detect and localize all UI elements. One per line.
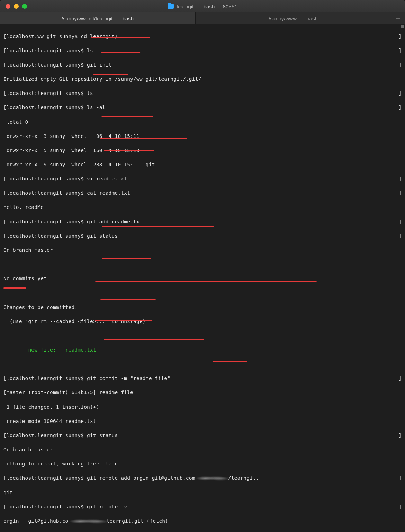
bracket: ] [398,232,402,240]
cmd-remote-v: git remote -v [87,504,127,509]
prompt: [localhost:learngit sunny$ [3,433,87,438]
bracket: ] [398,175,402,183]
out-rv1: orgin git@github.co [3,518,69,524]
prompt: [localhost:learngit sunny$ [3,105,87,110]
cmd-ls2: ls [87,90,93,96]
out-newfile: new file: readme.txt [3,347,96,353]
new-tab-button[interactable]: + [391,12,405,24]
bracket: ] [398,475,402,482]
prompt: [localhost:learngit sunny$ [3,219,87,224]
prompt: [localhost:learngit sunny$ [3,190,87,196]
cmd-status2: git status [87,433,118,438]
cmd-cat: cat readme.txt [87,190,130,196]
cmd-ls: ls [87,48,93,53]
bracket: ] [398,503,402,511]
prompt: [localhost:learngit sunny$ [3,375,87,381]
window-title-text: learngit — -bash — 80×51 [177,3,237,9]
out-commit2: 1 file changed, 1 insertion(+) [3,404,99,410]
out-unstage: (use "git rm --cached <file>..." to unst… [3,319,146,324]
cmd-remote-add: git remote add orgin git@github.com [87,475,195,481]
bracket: ] [398,375,402,382]
window-title: learngit — -bash — 80×51 [168,3,237,9]
out-nocommit: No commits yet [3,276,47,281]
maximize-button[interactable] [22,4,27,9]
tab-learngit[interactable]: /sunny/ww_git/learngit — -bash [0,12,196,24]
prompt: [localhost:learngit sunny$ [3,90,87,96]
cmd-status: git status [87,233,118,239]
redacted-icon [69,518,107,524]
traffic-lights [6,4,27,9]
close-button[interactable] [6,4,10,9]
tab-bar: /sunny/ww_git/learngit — -bash /sunny/ww… [0,12,405,24]
cmd-remote-wrap: git [3,490,13,495]
bracket: ] [398,61,402,69]
cmd-commit: git commit -m "readme file" [87,375,170,381]
prompt: [localhost:learngit sunny$ [3,233,87,239]
cmd-git-init: git init [87,62,111,68]
out-total: total 0 [3,119,28,125]
bracket: ] [398,90,402,97]
out-dir2: drwxr-xr-x 5 sunny wheel 160 4 10 15:10 … [3,148,149,153]
folder-icon [168,4,174,9]
prompt: [localhost:learngit sunny$ [3,48,87,53]
out-commit3: create mode 100644 readme.txt [3,418,96,424]
cmd-add: git add readme.txt [87,219,143,224]
prompt: [localhost:learngit sunny$ [3,504,87,509]
window-titlebar: learngit — -bash — 80×51 [0,0,405,12]
minimize-button[interactable] [14,4,19,9]
tab-www[interactable]: /sunny/www — -bash [196,12,391,24]
prompt: [localhost:learngit sunny$ [3,62,87,68]
prompt: [localhost:learngit sunny$ [3,176,87,181]
prompt: [localhost:learngit sunny$ [3,475,87,481]
out-branch: On branch master [3,247,53,253]
out-clean: nothing to commit, working tree clean [3,461,118,467]
bracket: ] [398,432,402,439]
out-dir1: drwxr-xr-x 3 sunny wheel 96 4 10 15:11 . [3,133,146,139]
out-branch2: On branch master [3,447,53,452]
bracket: ] [398,33,402,40]
out-commit1: [master (root-commit) 614b175] readme fi… [3,390,133,395]
out-cat: hello, readMe [3,204,44,210]
terminal-viewport[interactable]: [localhost:ww_git sunny$ cd learngit/] [… [0,24,405,532]
bracket: ] [398,218,402,225]
bracket: ] [398,47,402,54]
out-dir3: drwxr-xr-x 9 sunny wheel 288 4 10 15:11 … [3,162,155,167]
redacted-icon [195,476,228,481]
out-changes: Changes to be committed: [3,304,78,310]
cmd-cd: cd learngit/ [81,34,118,39]
cmd-vi: vi readme.txt [87,176,127,181]
prompt: [localhost:ww_git sunny$ [3,34,81,39]
out-init: Initialized empty Git repository in /sun… [3,76,201,82]
bracket: ] [398,104,402,111]
bracket: ] [398,189,402,197]
cmd-lsal: ls -al [87,105,106,110]
